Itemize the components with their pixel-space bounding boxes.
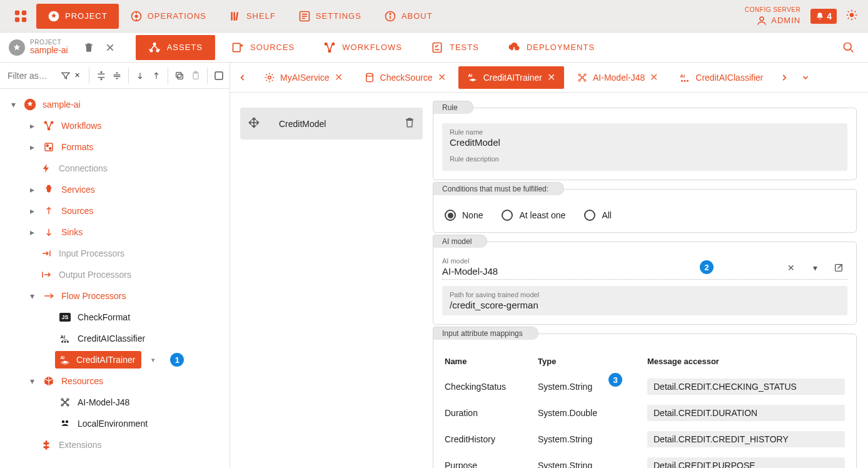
expand-all-icon[interactable] — [94, 67, 108, 84]
nav-shelf-label: SHELF — [246, 11, 276, 21]
tree-formats[interactable]: ▸ Formats — [0, 136, 230, 158]
tree-output-processors-label: Output Processors — [59, 270, 225, 280]
model-path-value[interactable]: /credit_score-german — [450, 300, 840, 310]
tab-close-icon[interactable]: ✕ — [438, 71, 446, 83]
notifications-badge[interactable]: 4 — [810, 9, 837, 24]
svg-rect-34 — [233, 43, 241, 51]
nav-shelf[interactable]: SHELF — [218, 4, 287, 29]
close-project-icon[interactable] — [99, 37, 121, 58]
tab-creditaitrainer[interactable]: AI CreditAITrainer ✕ — [458, 66, 564, 89]
tab-close-icon[interactable]: ✕ — [547, 71, 555, 83]
sort-up-icon[interactable] — [149, 67, 163, 84]
tab-scroll-right-icon[interactable] — [775, 69, 793, 86]
tree-sources[interactable]: ▸ Sources — [0, 200, 230, 221]
subnav-tests[interactable]: TESTS — [418, 35, 492, 60]
svg-point-60 — [67, 341, 69, 343]
project-chip[interactable]: PROJECT sample-ai — [3, 35, 74, 60]
svg-line-86 — [583, 78, 585, 79]
ai-model-panel-tab: AI model — [433, 235, 487, 248]
nav-settings-label: SETTINGS — [316, 11, 361, 21]
radio-atleast[interactable]: At least one — [502, 210, 565, 221]
tree-workflows[interactable]: ▸ Workflows — [0, 115, 230, 136]
svg-line-83 — [580, 75, 582, 77]
tree-output-processors[interactable]: Output Processors — [0, 264, 230, 285]
rule-chip-creditmodel[interactable]: CreditModel — [240, 108, 423, 140]
svg-line-40 — [850, 49, 854, 52]
app-logo-icon[interactable] — [14, 9, 28, 23]
input-mappings-panel: Input attribute mappings 3 Name Type Mes… — [433, 333, 857, 468]
svg-rect-45 — [178, 74, 183, 79]
svg-rect-0 — [15, 10, 19, 14]
filter-assets-input[interactable] — [4, 71, 56, 81]
input-mappings-panel-tab: Input attribute mappings — [433, 327, 538, 340]
tree-root[interactable]: ▾ sample-ai — [0, 94, 230, 115]
search-icon[interactable] — [838, 37, 859, 58]
nav-about[interactable]: ABOUT — [373, 4, 444, 29]
tab-close-icon[interactable]: ✕ — [335, 71, 343, 83]
tab-menu-icon[interactable] — [797, 69, 814, 86]
copy-icon[interactable] — [173, 67, 186, 84]
tab-close-icon[interactable]: ✕ — [650, 71, 658, 83]
nav-project[interactable]: PROJECT — [36, 4, 119, 29]
subnav-workflows[interactable]: WORKFLOWS — [311, 35, 415, 60]
tab-checksource[interactable]: CheckSource ✕ — [355, 66, 455, 89]
subnav-sources[interactable]: SOURCES — [219, 35, 307, 60]
subnav-deployments[interactable]: DEPLOYMENTS — [495, 35, 607, 60]
tree-trainer-menu-icon[interactable]: ▾ — [151, 356, 155, 364]
sort-down-icon[interactable] — [134, 67, 147, 84]
clear-model-icon[interactable]: ✕ — [782, 259, 800, 277]
attr-name: Duration — [442, 400, 535, 426]
nav-settings[interactable]: SETTINGS — [287, 4, 373, 29]
tab-creditaiclassifier[interactable]: AI CreditAIClassifier — [670, 66, 772, 89]
tree-flow-processors[interactable]: ▾ Flow Processors — [0, 285, 230, 307]
rule-panel: Rule Rule name CreditModel Rule descript… — [433, 108, 857, 180]
tree-trainer[interactable]: AI CreditAITrainer ▾ 1 — [0, 349, 230, 370]
attr-accessor[interactable]: Detail.CREDIT.PURPOSE — [647, 457, 845, 468]
svg-text:AI: AI — [468, 73, 472, 78]
delete-rule-icon[interactable] — [404, 117, 415, 130]
tree-resources[interactable]: ▾ Resources — [0, 370, 230, 392]
tree-aimodel[interactable]: AI-Model-J48 — [0, 392, 230, 413]
subnav-assets[interactable]: ASSETS — [136, 35, 215, 60]
svg-line-70 — [66, 400, 68, 402]
tree-extensions[interactable]: Extensions — [0, 434, 230, 455]
tree-checkformat[interactable]: JS CheckFormat — [0, 307, 230, 328]
radio-none[interactable]: None — [445, 210, 483, 221]
nav-operations[interactable]: OPERATIONS — [119, 4, 218, 29]
tree-connections[interactable]: Connections — [0, 158, 230, 179]
svg-line-25 — [848, 18, 849, 19]
attr-accessor[interactable]: Detail.CREDIT.CHECKING_STATUS — [647, 379, 845, 395]
ai-model-field-value[interactable]: AI-Model-J48 — [442, 266, 694, 277]
radio-all[interactable]: All — [584, 210, 612, 221]
collapse-all-icon[interactable] — [110, 67, 123, 84]
open-model-icon[interactable] — [830, 259, 847, 277]
tab-myaiservice[interactable]: MyAIService ✕ — [255, 66, 351, 89]
delete-project-icon[interactable] — [78, 37, 99, 58]
svg-rect-38 — [433, 43, 441, 52]
paste-icon[interactable] — [189, 67, 202, 84]
filter-icon[interactable] — [59, 67, 72, 84]
svg-line-32 — [151, 45, 154, 49]
tab-scroll-left-icon[interactable] — [234, 69, 251, 86]
svg-point-30 — [149, 49, 153, 52]
checkbox-icon[interactable] — [213, 67, 226, 84]
config-server-label: CONFIG SERVER — [745, 6, 800, 14]
model-dropdown-icon[interactable]: ▾ — [806, 259, 824, 277]
tab-aimodelj48[interactable]: AI-Model-J48 ✕ — [568, 66, 667, 89]
tree-input-processors[interactable]: Input Processors — [0, 243, 230, 264]
assets-sidebar: ✕ ▾ sample-ai ▸ Workflows — [0, 63, 230, 468]
attr-accessor[interactable]: Detail.CREDIT.DURATION — [647, 405, 845, 421]
rule-name-value[interactable]: CreditModel — [450, 137, 840, 148]
brightness-icon[interactable] — [845, 9, 858, 23]
tree-localenv[interactable]: LocalEnvironment — [0, 413, 230, 434]
drag-handle-icon[interactable] — [248, 116, 260, 131]
tree-services[interactable]: ▸ Services — [0, 179, 230, 200]
attr-accessor[interactable]: Detail.CREDIT.CREDIT_HISTORY — [647, 431, 845, 447]
svg-point-18 — [850, 13, 854, 18]
filter-clear-icon[interactable]: ✕ — [71, 67, 84, 84]
nav-project-label: PROJECT — [65, 11, 108, 21]
tree-classifier-label: CreditAIClassifier — [78, 333, 225, 343]
tree-sinks[interactable]: ▸ Sinks — [0, 221, 230, 243]
user-admin[interactable]: ADMIN — [756, 15, 800, 26]
tree-classifier[interactable]: AI CreditAIClassifier — [0, 328, 230, 349]
